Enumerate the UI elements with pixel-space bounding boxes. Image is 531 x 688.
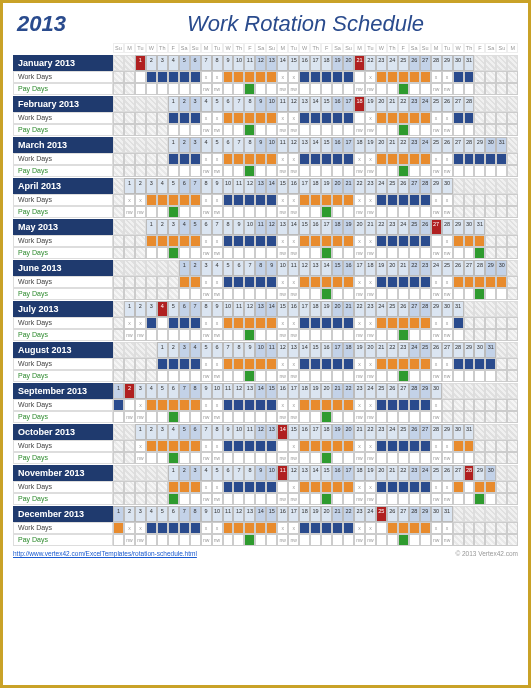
work-cell: [332, 481, 343, 493]
pay-cell: [332, 247, 343, 259]
work-cell: [507, 235, 518, 247]
work-cell: [255, 235, 266, 247]
pay-cell: [157, 247, 168, 259]
pay-cell: [365, 452, 376, 464]
work-cell: [146, 112, 157, 124]
work-cell: [496, 399, 507, 411]
dow-label: Su: [190, 43, 201, 53]
work-cell: [464, 153, 475, 165]
work-cell: [179, 399, 190, 411]
pay-cell: [387, 206, 398, 218]
pay-cell: [201, 124, 212, 136]
pay-cell: [277, 165, 288, 177]
pay-cell: [135, 165, 146, 177]
pay-row-label: Pay Days: [13, 206, 113, 218]
pay-cell: [212, 329, 223, 341]
day-number-cell: 21: [376, 342, 387, 358]
work-cell: [135, 71, 146, 83]
day-number-cell: 25: [409, 219, 420, 235]
pay-cell: [409, 452, 420, 464]
work-cell: [474, 235, 485, 247]
work-cell: [354, 194, 365, 206]
day-number-cell: 15: [310, 342, 321, 358]
pay-cell: [431, 534, 442, 546]
pay-cell: [332, 165, 343, 177]
work-cell: [190, 71, 201, 83]
pay-cell: [387, 493, 398, 505]
work-cell: [442, 481, 453, 493]
source-link[interactable]: http://www.vertex42.com/ExcelTemplates/r…: [13, 550, 197, 557]
pay-cell: [409, 83, 420, 95]
pay-cell: [398, 83, 409, 95]
work-cell: [244, 399, 255, 411]
pay-cell: [135, 329, 146, 341]
pay-cell: [343, 370, 354, 382]
work-cell: [332, 153, 343, 165]
day-number-cell: 17: [299, 178, 310, 194]
pay-cell: [157, 288, 168, 300]
pay-cell: [223, 329, 234, 341]
work-cell: [321, 440, 332, 452]
month-block: April 2013123456789101112131415161718192…: [13, 178, 518, 218]
work-cell: [431, 481, 442, 493]
pay-cell: [343, 206, 354, 218]
work-cell: [124, 112, 135, 124]
pay-cell: [190, 247, 201, 259]
work-cell: [299, 194, 310, 206]
pay-cell: [277, 83, 288, 95]
day-number-cell: [135, 96, 146, 112]
pay-cell: [332, 206, 343, 218]
pay-cell: [212, 411, 223, 423]
work-cell: [201, 399, 212, 411]
pay-cell: [507, 206, 518, 218]
month-label: March 2013: [13, 137, 113, 153]
day-number-cell: 6: [179, 301, 190, 317]
pay-cell: [464, 452, 475, 464]
work-cell: [398, 399, 409, 411]
work-cell: [409, 481, 420, 493]
pay-cell: [409, 329, 420, 341]
work-cell: [255, 153, 266, 165]
work-cell: [474, 317, 485, 329]
pay-cell: [420, 124, 431, 136]
pay-cell: [299, 534, 310, 546]
day-number-cell: 27: [409, 301, 420, 317]
day-number-cell: 17: [332, 342, 343, 358]
pay-cell: [354, 452, 365, 464]
work-cell: [332, 358, 343, 370]
work-cell: [179, 71, 190, 83]
pay-cell: [464, 329, 475, 341]
pay-cell: [442, 165, 453, 177]
day-number-cell: 9: [223, 55, 234, 71]
work-cell: [168, 71, 179, 83]
day-number-cell: 12: [299, 260, 310, 276]
work-cell: [244, 440, 255, 452]
work-cell: [431, 276, 442, 288]
work-cell: [212, 358, 223, 370]
work-cell: [168, 522, 179, 534]
dow-label: Su: [420, 43, 431, 53]
pay-cell: [212, 206, 223, 218]
work-cell: [299, 440, 310, 452]
work-cell: [212, 194, 223, 206]
day-number-cell: 20: [365, 342, 376, 358]
work-cell: [113, 71, 124, 83]
pay-cell: [354, 165, 365, 177]
day-number-cell: 1: [157, 342, 168, 358]
pay-cell: [507, 83, 518, 95]
work-cell: [266, 481, 277, 493]
day-number-cell: 21: [332, 383, 343, 399]
day-number-cell: 12: [255, 424, 266, 440]
day-number-cell: [113, 96, 124, 112]
day-number-cell: 22: [398, 137, 409, 153]
pay-cell: [124, 83, 135, 95]
pay-cell: [168, 83, 179, 95]
day-number-cell: 23: [409, 465, 420, 481]
work-cell: [223, 112, 234, 124]
work-cell: [420, 481, 431, 493]
pay-cell: [321, 411, 332, 423]
pay-cell: [398, 411, 409, 423]
pay-cell: [157, 124, 168, 136]
pay-cell: [190, 370, 201, 382]
pay-cell: [442, 206, 453, 218]
